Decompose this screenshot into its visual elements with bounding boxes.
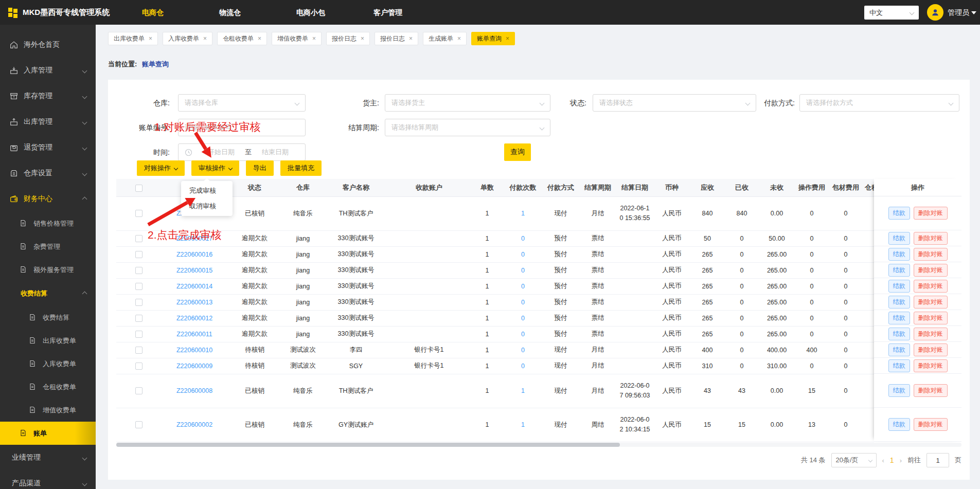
pay-method-select[interactable]: 请选择付款方式 [799, 94, 959, 112]
next-page-button[interactable]: › [900, 457, 902, 464]
language-select[interactable]: 中文 [864, 6, 919, 20]
close-icon[interactable]: × [203, 35, 207, 42]
tab-0[interactable]: 出库收费单× [108, 32, 158, 45]
row-checkbox[interactable] [135, 387, 142, 394]
reconcile-actions-button[interactable]: 对账操作 [137, 160, 185, 176]
close-icon[interactable]: × [149, 35, 152, 42]
bill-no-link[interactable]: Z220600009 [162, 358, 227, 374]
bill-no-link[interactable]: Z220600010 [162, 342, 227, 358]
pay-count-link[interactable]: 0 [504, 294, 542, 310]
settle-button[interactable]: 结款 [888, 232, 910, 245]
settle-button[interactable]: 结款 [888, 312, 910, 324]
tab-2[interactable]: 仓租收费单× [217, 32, 267, 45]
bill-no-link[interactable]: Z220600012 [162, 310, 227, 326]
date-range-picker[interactable]: 开始日期 至 结束日期 [178, 143, 306, 161]
row-checkbox[interactable] [135, 315, 142, 322]
delete-reconcile-button[interactable]: 删除对账 [914, 248, 948, 261]
row-checkbox[interactable] [135, 363, 142, 370]
bill-no-link[interactable]: Z220600015 [162, 262, 227, 278]
settle-button[interactable]: 结款 [888, 264, 910, 277]
pay-count-link[interactable]: 0 [504, 230, 542, 246]
tab-4[interactable]: 报价日志× [326, 32, 370, 45]
settle-button[interactable]: 结款 [888, 207, 910, 220]
sidebar-item-0[interactable]: 海外仓首页 [0, 32, 96, 58]
topnav-item-3[interactable]: 客户管理 [373, 0, 402, 25]
audit-actions-button[interactable]: 审核操作 [191, 160, 239, 176]
sidebar-item-7[interactable]: 销售价格管理 [0, 212, 96, 235]
close-icon[interactable]: × [457, 35, 461, 42]
row-checkbox[interactable] [135, 283, 142, 290]
close-icon[interactable]: × [312, 35, 316, 42]
close-icon[interactable]: × [258, 35, 261, 42]
sidebar-item-12[interactable]: 出库收费单 [0, 329, 96, 352]
tab-5[interactable]: 报价日志× [375, 32, 418, 45]
settle-button[interactable]: 结款 [888, 328, 910, 340]
export-button[interactable]: 导出 [246, 160, 274, 176]
delete-reconcile-button[interactable]: 删除对账 [914, 343, 948, 356]
sidebar-item-17[interactable]: 业绩管理 [0, 445, 96, 470]
sidebar-item-14[interactable]: 仓租收费单 [0, 375, 96, 399]
sidebar-item-16[interactable]: 账单 [0, 422, 96, 445]
page-size-select[interactable]: 20条/页 [831, 453, 877, 467]
bill-no-link[interactable]: Z220600002 [162, 408, 227, 442]
pay-count-link[interactable]: 1 [504, 196, 542, 230]
select-all-checkbox[interactable] [135, 185, 142, 192]
batch-fill-button[interactable]: 批量填充 [280, 160, 322, 176]
delete-reconcile-button[interactable]: 删除对账 [914, 232, 948, 245]
row-checkbox[interactable] [135, 421, 142, 428]
status-select[interactable]: 请选择状态 [593, 94, 756, 112]
pay-count-link[interactable]: 0 [504, 342, 542, 358]
horizontal-scrollbar-thumb[interactable] [116, 443, 620, 447]
bill-no-link[interactable]: Z220600011 [162, 326, 227, 342]
sidebar-item-5[interactable]: 仓库设置 [0, 160, 96, 186]
row-checkbox[interactable] [135, 235, 142, 242]
row-checkbox[interactable] [135, 331, 142, 338]
cycle-select[interactable]: 请选择结算周期 [385, 119, 550, 136]
audit-menu-item-1[interactable]: 取消审核 [181, 198, 233, 214]
pay-count-link[interactable]: 0 [504, 310, 542, 326]
settle-button[interactable]: 结款 [888, 280, 910, 293]
tab-1[interactable]: 入库收费单× [163, 32, 212, 45]
sidebar-item-4[interactable]: 退货管理 [0, 135, 96, 160]
row-checkbox[interactable] [135, 267, 142, 274]
owner-select[interactable]: 请选择货主 [385, 94, 550, 112]
row-checkbox[interactable] [135, 347, 142, 354]
delete-reconcile-button[interactable]: 删除对账 [914, 328, 948, 340]
close-icon[interactable]: × [506, 35, 509, 42]
pay-count-link[interactable]: 0 [504, 358, 542, 374]
settle-button[interactable]: 结款 [888, 418, 910, 431]
row-checkbox[interactable] [135, 210, 142, 217]
delete-reconcile-button[interactable]: 删除对账 [914, 296, 948, 309]
topnav-item-1[interactable]: 物流仓 [219, 0, 241, 25]
close-icon[interactable]: × [361, 35, 364, 42]
goto-page-input[interactable] [926, 453, 949, 467]
sidebar-item-8[interactable]: 杂费管理 [0, 235, 96, 258]
delete-reconcile-button[interactable]: 删除对账 [914, 207, 948, 220]
delete-reconcile-button[interactable]: 删除对账 [914, 312, 948, 324]
sidebar-item-15[interactable]: 增值收费单 [0, 399, 96, 422]
warehouse-select[interactable]: 请选择仓库 [178, 94, 306, 112]
settle-button[interactable]: 结款 [888, 248, 910, 261]
settle-button[interactable]: 结款 [888, 296, 910, 309]
admin-menu[interactable]: 管理员 [948, 0, 969, 25]
table-scroll-area[interactable]: 账单编号状态仓库客户名称收款账户单数付款次数付款方式结算周期结算日期币种应收已收… [116, 179, 874, 442]
tab-6[interactable]: 生成账单× [423, 32, 467, 45]
tab-7[interactable]: 账单查询× [471, 32, 515, 45]
delete-reconcile-button[interactable]: 删除对账 [914, 264, 948, 277]
pay-count-link[interactable]: 1 [504, 374, 542, 408]
topnav-item-0[interactable]: 电商仓 [142, 0, 164, 25]
bill-no-link[interactable]: Z220600008 [162, 374, 227, 408]
pay-count-link[interactable]: 0 [504, 246, 542, 262]
row-checkbox[interactable] [135, 251, 142, 258]
sidebar-item-11[interactable]: 收费结算 [0, 306, 96, 329]
sidebar-item-9[interactable]: 额外服务管理 [0, 258, 96, 281]
settle-button[interactable]: 结款 [888, 359, 910, 372]
pay-count-link[interactable]: 0 [504, 278, 542, 294]
sidebar-item-3[interactable]: 出库管理 [0, 109, 96, 135]
tab-3[interactable]: 增值收费单× [272, 32, 322, 45]
sidebar-item-6[interactable]: 财务中心 [0, 186, 96, 212]
pay-count-link[interactable]: 0 [504, 262, 542, 278]
breadcrumb-current[interactable]: 账单查询 [142, 60, 169, 68]
topnav-item-2[interactable]: 电商小包 [296, 0, 325, 25]
sidebar-item-2[interactable]: 库存管理 [0, 83, 96, 109]
